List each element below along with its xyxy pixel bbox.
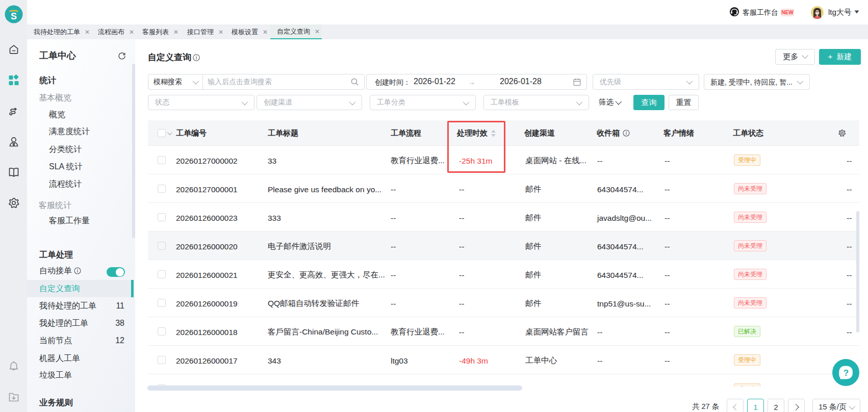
svg-text:?: ?: [844, 368, 849, 378]
svg-text:S: S: [10, 11, 16, 21]
